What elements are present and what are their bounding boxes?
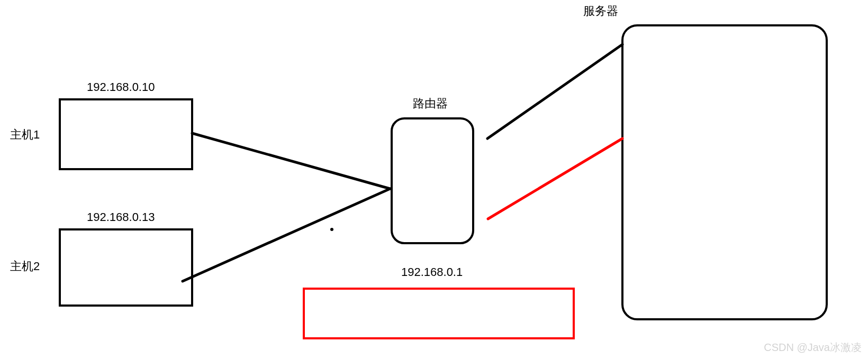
red-rectangle [304, 289, 574, 338]
link-router-server-red [488, 139, 622, 219]
stray-dot [330, 228, 333, 231]
host1-label: 主机1 [10, 127, 40, 143]
host2-box [60, 229, 192, 306]
watermark: CSDN @Java冰激凌 [764, 340, 862, 355]
server-label: 服务器 [583, 3, 618, 19]
link-router-server-black [487, 44, 622, 139]
server-box [622, 25, 827, 319]
router-label: 路由器 [413, 96, 448, 112]
link-host1-router [192, 133, 390, 189]
diagram-canvas [0, 0, 868, 360]
host2-label: 主机2 [10, 259, 40, 274]
host2-ip: 192.168.0.13 [87, 210, 155, 224]
router-ip: 192.168.0.1 [401, 265, 463, 279]
router-box [392, 118, 473, 243]
link-host2-router [183, 189, 390, 281]
host1-ip: 192.168.0.10 [87, 80, 155, 94]
host1-box [60, 99, 192, 169]
